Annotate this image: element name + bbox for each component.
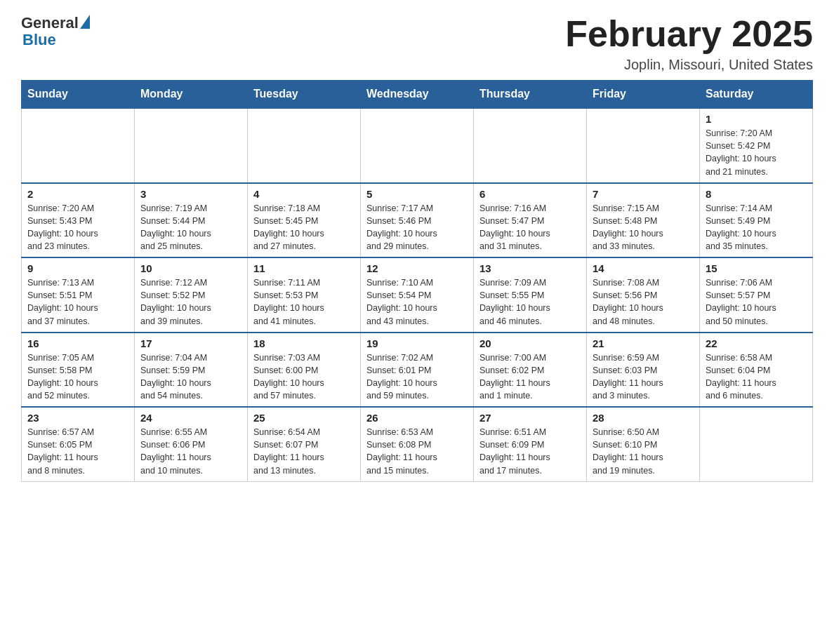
day-info: Sunrise: 6:50 AM Sunset: 6:10 PM Dayligh… [593, 426, 694, 477]
calendar-cell: 15Sunrise: 7:06 AM Sunset: 5:57 PM Dayli… [700, 257, 813, 333]
calendar-cell: 4Sunrise: 7:18 AM Sunset: 5:45 PM Daylig… [248, 183, 361, 258]
calendar-day-header: Saturday [700, 81, 813, 109]
calendar-cell: 27Sunrise: 6:51 AM Sunset: 6:09 PM Dayli… [474, 407, 587, 481]
calendar-cell: 22Sunrise: 6:58 AM Sunset: 6:04 PM Dayli… [700, 333, 813, 408]
day-number: 20 [479, 337, 581, 349]
day-number: 11 [253, 262, 355, 274]
day-number: 16 [27, 337, 128, 349]
calendar-cell: 19Sunrise: 7:02 AM Sunset: 6:01 PM Dayli… [361, 333, 474, 408]
day-info: Sunrise: 7:06 AM Sunset: 5:57 PM Dayligh… [706, 276, 807, 328]
day-number: 28 [593, 412, 694, 424]
calendar-cell: 1Sunrise: 7:20 AM Sunset: 5:42 PM Daylig… [700, 108, 813, 183]
calendar-cell [22, 108, 135, 183]
calendar-week-row: 1Sunrise: 7:20 AM Sunset: 5:42 PM Daylig… [22, 108, 813, 183]
day-number: 12 [366, 262, 468, 274]
calendar-cell: 16Sunrise: 7:05 AM Sunset: 5:58 PM Dayli… [22, 333, 135, 408]
day-number: 15 [706, 262, 807, 274]
calendar-cell: 18Sunrise: 7:03 AM Sunset: 6:00 PM Dayli… [248, 333, 361, 408]
day-info: Sunrise: 7:20 AM Sunset: 5:43 PM Dayligh… [27, 202, 128, 253]
day-info: Sunrise: 6:53 AM Sunset: 6:08 PM Dayligh… [366, 426, 468, 477]
logo-triangle-icon [80, 15, 90, 29]
calendar-cell: 23Sunrise: 6:57 AM Sunset: 6:05 PM Dayli… [22, 407, 135, 481]
day-info: Sunrise: 6:55 AM Sunset: 6:06 PM Dayligh… [140, 426, 241, 477]
calendar-cell [361, 108, 474, 183]
logo: General Blue [21, 14, 90, 49]
logo-general-text: General [21, 14, 79, 32]
calendar-cell: 26Sunrise: 6:53 AM Sunset: 6:08 PM Dayli… [361, 407, 474, 481]
logo-blue-text: Blue [22, 31, 56, 49]
day-info: Sunrise: 7:20 AM Sunset: 5:42 PM Dayligh… [706, 127, 807, 178]
calendar-cell: 9Sunrise: 7:13 AM Sunset: 5:51 PM Daylig… [22, 257, 135, 333]
day-info: Sunrise: 7:10 AM Sunset: 5:54 PM Dayligh… [366, 276, 468, 328]
day-number: 22 [706, 337, 807, 349]
calendar-cell: 8Sunrise: 7:14 AM Sunset: 5:49 PM Daylig… [700, 183, 813, 258]
day-number: 7 [593, 188, 694, 200]
calendar-cell: 10Sunrise: 7:12 AM Sunset: 5:52 PM Dayli… [135, 257, 248, 333]
day-number: 17 [140, 337, 241, 349]
calendar-cell [587, 108, 700, 183]
day-number: 18 [253, 337, 355, 349]
day-number: 23 [27, 412, 128, 424]
day-info: Sunrise: 7:04 AM Sunset: 5:59 PM Dayligh… [140, 351, 241, 403]
day-info: Sunrise: 6:59 AM Sunset: 6:03 PM Dayligh… [593, 351, 694, 403]
day-info: Sunrise: 7:03 AM Sunset: 6:00 PM Dayligh… [253, 351, 355, 403]
day-number: 10 [140, 262, 241, 274]
day-info: Sunrise: 7:13 AM Sunset: 5:51 PM Dayligh… [27, 276, 128, 328]
calendar-week-row: 9Sunrise: 7:13 AM Sunset: 5:51 PM Daylig… [22, 257, 813, 333]
calendar-cell: 24Sunrise: 6:55 AM Sunset: 6:06 PM Dayli… [135, 407, 248, 481]
calendar-day-header: Friday [587, 81, 700, 109]
day-info: Sunrise: 7:05 AM Sunset: 5:58 PM Dayligh… [27, 351, 128, 403]
calendar-cell: 12Sunrise: 7:10 AM Sunset: 5:54 PM Dayli… [361, 257, 474, 333]
calendar-table: SundayMondayTuesdayWednesdayThursdayFrid… [21, 80, 813, 482]
calendar-cell: 2Sunrise: 7:20 AM Sunset: 5:43 PM Daylig… [22, 183, 135, 258]
day-info: Sunrise: 6:54 AM Sunset: 6:07 PM Dayligh… [253, 426, 355, 477]
calendar-cell [248, 108, 361, 183]
day-number: 9 [27, 262, 128, 274]
calendar-week-row: 23Sunrise: 6:57 AM Sunset: 6:05 PM Dayli… [22, 407, 813, 481]
day-number: 14 [593, 262, 694, 274]
day-number: 3 [140, 188, 241, 200]
calendar-cell: 20Sunrise: 7:00 AM Sunset: 6:02 PM Dayli… [474, 333, 587, 408]
day-number: 1 [706, 113, 807, 125]
calendar-day-header: Thursday [474, 81, 587, 109]
calendar-cell: 11Sunrise: 7:11 AM Sunset: 5:53 PM Dayli… [248, 257, 361, 333]
calendar-cell: 17Sunrise: 7:04 AM Sunset: 5:59 PM Dayli… [135, 333, 248, 408]
location-subtitle: Joplin, Missouri, United States [565, 57, 813, 73]
day-number: 5 [366, 188, 468, 200]
calendar-cell: 13Sunrise: 7:09 AM Sunset: 5:55 PM Dayli… [474, 257, 587, 333]
day-info: Sunrise: 6:58 AM Sunset: 6:04 PM Dayligh… [706, 351, 807, 403]
calendar-cell: 5Sunrise: 7:17 AM Sunset: 5:46 PM Daylig… [361, 183, 474, 258]
day-number: 25 [253, 412, 355, 424]
calendar-header-row: SundayMondayTuesdayWednesdayThursdayFrid… [22, 81, 813, 109]
day-number: 21 [593, 337, 694, 349]
day-info: Sunrise: 7:17 AM Sunset: 5:46 PM Dayligh… [366, 202, 468, 253]
calendar-cell: 25Sunrise: 6:54 AM Sunset: 6:07 PM Dayli… [248, 407, 361, 481]
calendar-week-row: 2Sunrise: 7:20 AM Sunset: 5:43 PM Daylig… [22, 183, 813, 258]
calendar-day-header: Tuesday [248, 81, 361, 109]
day-info: Sunrise: 7:18 AM Sunset: 5:45 PM Dayligh… [253, 202, 355, 253]
day-number: 13 [479, 262, 581, 274]
calendar-cell [700, 407, 813, 481]
calendar-day-header: Sunday [22, 81, 135, 109]
calendar-cell: 21Sunrise: 6:59 AM Sunset: 6:03 PM Dayli… [587, 333, 700, 408]
day-info: Sunrise: 7:09 AM Sunset: 5:55 PM Dayligh… [479, 276, 581, 328]
day-info: Sunrise: 7:19 AM Sunset: 5:44 PM Dayligh… [140, 202, 241, 253]
calendar-week-row: 16Sunrise: 7:05 AM Sunset: 5:58 PM Dayli… [22, 333, 813, 408]
page-header: General Blue February 2025 Joplin, Misso… [21, 14, 813, 73]
calendar-cell: 3Sunrise: 7:19 AM Sunset: 5:44 PM Daylig… [135, 183, 248, 258]
day-info: Sunrise: 7:14 AM Sunset: 5:49 PM Dayligh… [706, 202, 807, 253]
day-info: Sunrise: 7:16 AM Sunset: 5:47 PM Dayligh… [479, 202, 581, 253]
day-number: 6 [479, 188, 581, 200]
day-info: Sunrise: 7:00 AM Sunset: 6:02 PM Dayligh… [479, 351, 581, 403]
calendar-cell [474, 108, 587, 183]
day-number: 26 [366, 412, 468, 424]
day-info: Sunrise: 7:12 AM Sunset: 5:52 PM Dayligh… [140, 276, 241, 328]
title-block: February 2025 Joplin, Missouri, United S… [565, 14, 813, 73]
month-year-title: February 2025 [565, 14, 813, 54]
day-info: Sunrise: 7:08 AM Sunset: 5:56 PM Dayligh… [593, 276, 694, 328]
calendar-day-header: Monday [135, 81, 248, 109]
calendar-day-header: Wednesday [361, 81, 474, 109]
day-number: 4 [253, 188, 355, 200]
day-info: Sunrise: 6:51 AM Sunset: 6:09 PM Dayligh… [479, 426, 581, 477]
calendar-cell: 14Sunrise: 7:08 AM Sunset: 5:56 PM Dayli… [587, 257, 700, 333]
